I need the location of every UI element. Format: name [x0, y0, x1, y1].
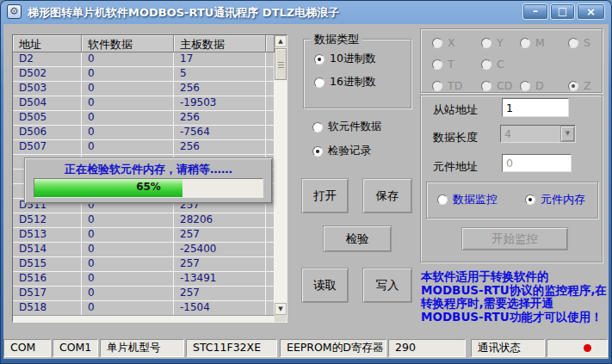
progress-bar: 65%	[34, 178, 263, 198]
radio-option: TD	[432, 79, 481, 92]
radio-option[interactable]: 检验记录	[312, 144, 371, 158]
table-row[interactable]: D5060-7564	[13, 126, 275, 140]
radio-label: TD	[448, 79, 462, 92]
radio-option[interactable]: 10进制数	[314, 52, 375, 66]
table-cell: 0	[82, 213, 174, 228]
view-radio-check-record: 检验记录	[312, 144, 371, 158]
minimize-button[interactable]: –	[522, 3, 548, 20]
table-cell: 0	[82, 287, 174, 301]
table-row[interactable]: D5170257	[13, 287, 275, 301]
radio-icon	[525, 194, 535, 205]
radio-icon	[481, 38, 491, 48]
statusbar-mcu-model: STC11F32XE	[186, 339, 277, 357]
table-row[interactable]: D5150257	[13, 257, 275, 272]
radio-icon	[481, 59, 491, 70]
radio-option[interactable]: 数据监控	[437, 192, 498, 207]
save-button[interactable]: 保存	[362, 178, 412, 213]
radio-option: T	[432, 58, 481, 71]
radio-icon	[568, 38, 578, 48]
radio-icon	[520, 38, 530, 48]
radio-icon	[432, 38, 442, 48]
table-row[interactable]: D5140-25400	[13, 243, 275, 257]
radio-icon	[568, 81, 578, 91]
data-type-group: 数据类型 10进制数16进制数	[303, 39, 411, 108]
read-button[interactable]: 读取	[301, 268, 349, 303]
table-cell: 256	[174, 111, 266, 126]
header-extra[interactable]	[266, 35, 275, 52]
header-board-data[interactable]: 主板数据	[174, 35, 266, 52]
monitor-radio-element-memory: 元件内存	[525, 192, 585, 207]
table-cell: -19503	[174, 96, 266, 111]
table-cell: D503	[13, 82, 82, 96]
statusbar-register-label: EEPROM的D寄存器	[280, 339, 386, 357]
progress-message: 正在检验软元件内存，请稍等……	[25, 162, 272, 177]
radio-option: Z	[568, 79, 591, 92]
horizontal-scrollbar[interactable]	[13, 315, 275, 322]
thumb-grip	[278, 62, 284, 63]
table-cell: D517	[13, 287, 82, 301]
table-cell: 0	[82, 52, 174, 67]
radio-option: M	[520, 36, 568, 49]
table-cell: 0	[82, 82, 174, 96]
radio-label: 10进制数	[330, 52, 375, 66]
data-length-combobox: 4 ▼	[500, 125, 576, 143]
info-line: 转换程序时,需要选择开通	[421, 297, 610, 311]
table-cell	[266, 272, 275, 287]
table-cell	[266, 257, 275, 272]
titlebar: ⚙ 梯形图转单片机软件MODBOS-RTU通讯程序 DTLZ电梯浪子 – □ ×	[0, 0, 612, 24]
table-cell: 257	[174, 228, 266, 243]
table-row[interactable]: D2017	[13, 52, 275, 67]
write-button[interactable]: 写入	[362, 268, 412, 303]
table-cell: 0	[82, 126, 174, 140]
table-row[interactable]: D5070256	[13, 140, 275, 155]
monitor-radio-data-monitor: 数据监控	[437, 192, 498, 207]
table-cell	[266, 67, 275, 82]
radio-option[interactable]: 软元件数据	[312, 120, 382, 134]
radio-option[interactable]: 元件内存	[525, 192, 585, 207]
table-row[interactable]: D50205	[13, 67, 275, 82]
table-row[interactable]: D512028206	[13, 213, 275, 228]
close-button[interactable]: ×	[577, 3, 605, 20]
open-button[interactable]: 打开	[301, 178, 349, 213]
radio-label: CD	[497, 79, 512, 92]
statusbar-com-label: COM	[3, 339, 51, 357]
table-cell	[266, 287, 275, 301]
radio-icon	[481, 81, 491, 91]
header-software-data[interactable]: 软件数据	[82, 35, 174, 52]
table-cell: -7564	[174, 126, 266, 140]
table-row[interactable]: D5050256	[13, 111, 275, 126]
radio-option[interactable]: 16进制数	[314, 75, 375, 89]
device-row-2: TC	[432, 58, 598, 71]
table-cell: D513	[13, 228, 82, 243]
data-type-group-title: 数据类型	[311, 32, 362, 47]
thumb-grip	[278, 67, 284, 68]
table-cell	[266, 243, 275, 257]
radio-label: 16进制数	[330, 75, 375, 89]
slave-address-input[interactable]	[502, 98, 569, 117]
radio-icon	[432, 59, 442, 70]
table-row[interactable]: D5040-19503	[13, 96, 275, 111]
table-row[interactable]: D5180-1504	[13, 301, 275, 315]
table-cell	[266, 140, 275, 155]
maximize-button[interactable]: □	[550, 3, 575, 20]
table-row[interactable]: D5030256	[13, 82, 275, 96]
table-cell: 0	[82, 272, 174, 287]
scroll-up-icon[interactable]: ▲	[275, 35, 287, 47]
info-line: MODBUS-RTU协议的监控程序,在	[421, 284, 610, 298]
table-row[interactable]: D5130257	[13, 228, 275, 243]
radio-label: S	[584, 36, 590, 49]
vertical-scrollbar[interactable]: ▲ ▼	[275, 35, 287, 315]
table-row[interactable]: D5160-13491	[13, 272, 275, 287]
statusbar-com-port: COM1	[53, 339, 98, 357]
scroll-down-icon[interactable]: ▼	[275, 303, 287, 315]
radio-icon	[432, 81, 442, 91]
scrollbar-thumb[interactable]	[275, 48, 287, 80]
radio-label: Z	[584, 79, 591, 92]
radio-label: X	[448, 36, 455, 49]
table-cell: 0	[82, 257, 174, 272]
table-cell: D502	[13, 67, 82, 82]
header-address[interactable]: 地址	[13, 35, 82, 52]
radio-label: Y	[497, 36, 504, 49]
check-button[interactable]: 检验	[323, 225, 392, 252]
table-cell: 256	[174, 82, 266, 96]
